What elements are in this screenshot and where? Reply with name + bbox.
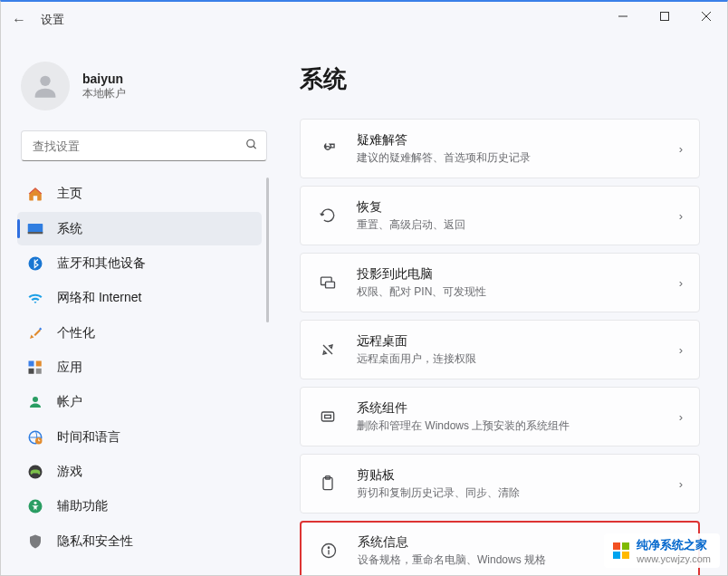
scrollbar[interactable] xyxy=(266,178,269,322)
svg-rect-8 xyxy=(28,232,43,234)
svg-point-15 xyxy=(33,397,38,402)
card-troubleshoot[interactable]: 疑难解答建议的疑难解答、首选项和历史记录 › xyxy=(300,119,700,178)
sidebar-item-label: 帐户 xyxy=(57,394,82,410)
card-title: 系统组件 xyxy=(357,400,679,417)
search-icon[interactable] xyxy=(245,139,258,154)
minimize-button[interactable] xyxy=(602,2,644,31)
windows-logo-icon xyxy=(613,542,629,559)
wrench-icon xyxy=(317,138,339,159)
svg-line-6 xyxy=(254,146,256,149)
card-title: 疑难解答 xyxy=(357,132,679,149)
card-title: 投影到此电脑 xyxy=(357,266,679,283)
svg-point-20 xyxy=(34,502,37,504)
watermark: 纯净系统之家 www.ycwjzy.com xyxy=(604,533,720,568)
brush-icon xyxy=(26,324,44,342)
card-title: 剪贴板 xyxy=(357,467,679,484)
sidebar-item-label: 时间和语言 xyxy=(57,429,120,446)
gaming-icon xyxy=(26,463,44,481)
svg-point-9 xyxy=(29,256,43,270)
sidebar-item-accessibility[interactable]: 辅助功能 xyxy=(17,490,262,523)
wifi-icon xyxy=(26,289,44,307)
chevron-right-icon: › xyxy=(679,209,683,223)
card-sub: 删除和管理在 Windows 上预安装的系统组件 xyxy=(357,418,679,434)
svg-point-5 xyxy=(247,139,254,147)
globe-clock-icon xyxy=(26,428,44,446)
svg-rect-22 xyxy=(326,282,335,288)
close-button[interactable] xyxy=(685,2,727,31)
shield-icon xyxy=(26,533,44,551)
sidebar-item-time[interactable]: 时间和语言 xyxy=(17,421,262,454)
sidebar-item-accounts[interactable]: 帐户 xyxy=(17,386,262,418)
project-icon xyxy=(317,272,339,293)
card-sub: 剪切和复制历史记录、同步、清除 xyxy=(357,485,679,501)
svg-point-4 xyxy=(40,76,50,86)
svg-rect-11 xyxy=(29,360,34,366)
svg-rect-24 xyxy=(325,415,331,418)
bluetooth-icon xyxy=(26,254,44,273)
window-title: 设置 xyxy=(41,12,64,28)
page-title: 系统 xyxy=(300,63,700,95)
svg-rect-7 xyxy=(28,224,43,234)
svg-rect-14 xyxy=(36,369,42,374)
svg-rect-13 xyxy=(29,369,34,374)
system-icon xyxy=(26,220,44,238)
avatar xyxy=(21,62,70,110)
chevron-right-icon: › xyxy=(679,343,683,357)
svg-rect-12 xyxy=(36,360,42,366)
svg-rect-1 xyxy=(661,13,669,21)
sidebar-item-bluetooth[interactable]: 蓝牙和其他设备 xyxy=(17,247,262,280)
svg-point-29 xyxy=(328,547,329,548)
card-title: 恢复 xyxy=(357,199,679,216)
chevron-right-icon: › xyxy=(679,477,683,491)
nav-list: 主页 系统 蓝牙和其他设备 网络和 Internet 个性化 xyxy=(17,178,271,558)
chevron-right-icon: › xyxy=(679,410,683,424)
card-sub: 远程桌面用户，连接权限 xyxy=(357,351,679,367)
sidebar-item-system[interactable]: 系统 xyxy=(17,212,262,245)
sidebar-item-home[interactable]: 主页 xyxy=(17,178,262,210)
maximize-button[interactable] xyxy=(644,2,685,31)
chevron-right-icon: › xyxy=(679,276,683,290)
info-icon xyxy=(318,540,340,562)
sidebar-item-label: 辅助功能 xyxy=(57,498,108,514)
remote-icon xyxy=(317,339,339,360)
accessibility-icon xyxy=(26,497,44,515)
sidebar-item-label: 应用 xyxy=(57,360,82,376)
sidebar-item-label: 个性化 xyxy=(57,325,95,341)
recovery-icon xyxy=(317,205,339,226)
card-clipboard[interactable]: 剪贴板剪切和复制历史记录、同步、清除 › xyxy=(300,454,700,514)
back-button[interactable]: ← xyxy=(6,7,32,33)
components-icon xyxy=(317,406,339,427)
sidebar-item-privacy[interactable]: 隐私和安全性 xyxy=(17,525,262,558)
watermark-brand: 纯净系统之家 xyxy=(637,537,711,553)
search-input[interactable] xyxy=(21,130,267,161)
card-recovery[interactable]: 恢复重置、高级启动、返回 › xyxy=(300,186,700,245)
user-name: baiyun xyxy=(82,72,126,86)
sidebar-item-label: 游戏 xyxy=(57,464,82,480)
watermark-url: www.ycwjzy.com xyxy=(637,553,711,564)
card-projecting[interactable]: 投影到此电脑权限、配对 PIN、可发现性 › xyxy=(300,253,700,312)
sidebar-item-gaming[interactable]: 游戏 xyxy=(17,456,262,488)
account-type: 本地帐户 xyxy=(82,86,126,101)
sidebar-item-label: 蓝牙和其他设备 xyxy=(57,255,146,272)
home-icon xyxy=(26,185,44,203)
sidebar-item-label: 主页 xyxy=(57,186,82,202)
sidebar-item-label: 系统 xyxy=(57,221,82,237)
svg-rect-23 xyxy=(321,412,333,421)
sidebar-item-apps[interactable]: 应用 xyxy=(17,351,262,384)
card-system-components[interactable]: 系统组件删除和管理在 Windows 上预安装的系统组件 › xyxy=(300,387,700,446)
card-sub: 重置、高级启动、返回 xyxy=(357,217,679,233)
user-profile[interactable]: baiyun 本地帐户 xyxy=(17,56,271,130)
person-icon xyxy=(26,393,44,411)
clipboard-icon xyxy=(317,473,339,494)
chevron-right-icon: › xyxy=(679,142,683,156)
card-remote-desktop[interactable]: 远程桌面远程桌面用户，连接权限 › xyxy=(300,320,700,379)
card-sub: 建议的疑难解答、首选项和历史记录 xyxy=(357,150,679,166)
apps-icon xyxy=(26,359,44,377)
sidebar-item-network[interactable]: 网络和 Internet xyxy=(17,282,262,314)
sidebar-item-label: 网络和 Internet xyxy=(57,290,141,306)
sidebar-item-personalization[interactable]: 个性化 xyxy=(17,316,262,349)
card-title: 远程桌面 xyxy=(357,333,679,350)
card-sub: 权限、配对 PIN、可发现性 xyxy=(357,284,679,300)
sidebar-item-label: 隐私和安全性 xyxy=(57,533,133,550)
